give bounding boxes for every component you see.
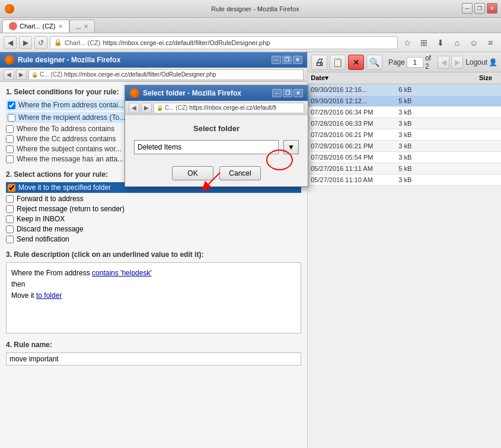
condition-checkbox-2[interactable] <box>8 114 15 122</box>
section4-title: 4. Rule name: <box>6 341 301 349</box>
pager-prev-btn[interactable]: ◀ <box>438 56 449 69</box>
minimize-button[interactable]: ─ <box>462 3 473 14</box>
action-checkbox-1[interactable] <box>8 184 15 192</box>
close-button[interactable]: ✕ <box>487 3 497 14</box>
sf-dropdown-arrow[interactable]: ▼ <box>283 140 299 154</box>
tab-active[interactable]: Charl... (CZ) ✕ <box>2 20 69 33</box>
email-search-btn[interactable]: 🔍 <box>366 55 382 70</box>
email-size-6: 3 kB <box>388 142 411 150</box>
page-number-input[interactable] <box>407 57 423 68</box>
action-checkbox-4[interactable] <box>6 215 14 223</box>
rd-win-controls: ─ ❐ ✕ <box>272 56 302 64</box>
rule-description-box: Where the From address contains 'helpdes… <box>6 262 301 333</box>
rd-url-label: C... (CZ) <box>40 71 62 78</box>
sf-dropdown-row: Deleted Items ▼ <box>134 140 299 154</box>
condition-label-2: Where the recipient address (To... <box>18 113 125 122</box>
pager-next-btn[interactable]: ▶ <box>451 56 463 69</box>
home-icon[interactable]: ⌂ <box>450 36 464 50</box>
action-item-2[interactable]: Forward it to address <box>6 195 301 203</box>
email-date-1: 09/30/2016 12:16... <box>311 86 388 93</box>
action-checkbox-6[interactable] <box>6 236 14 243</box>
email-row-9[interactable]: 05/27/2016 11:10 AM 3 kB <box>308 174 501 186</box>
email-print-btn[interactable]: 🖨 <box>311 55 327 70</box>
action-item-4[interactable]: Keep in INBOX <box>6 215 301 223</box>
rule-desc-then: then <box>11 280 25 288</box>
browser-titlebar: Rule designer - Mozilla Firefox ─ ❐ ✕ <box>0 0 501 18</box>
main-content: Rule designer - Mozilla Firefox ─ ❐ ✕ ◀ … <box>0 52 501 448</box>
rd-minimize-btn[interactable]: ─ <box>272 56 281 64</box>
reload-button[interactable]: ↺ <box>34 36 47 49</box>
condition-checkbox-5[interactable] <box>6 145 14 153</box>
rule-name-input[interactable] <box>6 352 301 366</box>
actions-list: Move it to the specified folder Forward … <box>6 182 301 243</box>
action-label-2: Forward it to address <box>17 195 84 203</box>
sf-restore-btn[interactable]: ❐ <box>283 89 292 97</box>
condition-checkbox-6[interactable] <box>6 155 14 163</box>
rule-desc-link2[interactable]: to folder <box>36 291 62 300</box>
condition-checkbox-4[interactable] <box>6 135 14 143</box>
condition-label-5: Where the subject contains wor... <box>17 145 122 153</box>
email-row-5[interactable]: 07/28/2016 06:21 PM 3 kB <box>308 129 501 141</box>
tab-2[interactable]: ... ✕ <box>69 20 95 33</box>
menu-icon[interactable]: ≡ <box>483 36 497 50</box>
sf-forward-btn[interactable]: ▶ <box>141 103 152 113</box>
logout-button[interactable]: Logout 👤 <box>465 58 497 66</box>
restore-button[interactable]: ❐ <box>474 3 485 14</box>
action-item-6[interactable]: Send notification <box>6 235 301 243</box>
action-item-3[interactable]: Reject message (return to sender) <box>6 205 301 213</box>
email-pager: Page of 2 ◀ ▶ <box>388 54 463 71</box>
col-size-header[interactable]: Size <box>388 74 498 82</box>
download-icon[interactable]: ⬇ <box>433 36 448 50</box>
sf-cancel-button[interactable]: Cancel <box>219 166 261 180</box>
action-checkbox-3[interactable] <box>6 205 14 213</box>
sf-close-btn[interactable]: ✕ <box>293 89 303 97</box>
action-label-5: Discard the message <box>17 225 84 233</box>
action-item-5[interactable]: Discard the message <box>6 225 301 233</box>
condition-label-6: Where the message has an atta... <box>17 155 123 163</box>
email-row-6[interactable]: 07/28/2016 06:21 PM 3 kB <box>308 141 501 152</box>
sf-firefox-icon <box>130 88 139 98</box>
sf-selected-folder: Deleted Items <box>138 143 181 151</box>
rd-address-bar[interactable]: 🔒 C... (CZ) https://mbox.cerge-ei.cz/def… <box>28 69 304 80</box>
sf-ok-button[interactable]: OK <box>172 166 213 180</box>
sf-body: Select folder Deleted Items ▼ OK Cancel <box>125 115 308 186</box>
condition-checkbox-1[interactable] <box>8 101 15 109</box>
email-toolbar: 🖨 📋 ✕ 🔍 Page of 2 ◀ ▶ Logout 👤 <box>308 52 501 72</box>
rd-close-btn[interactable]: ✕ <box>293 56 302 64</box>
history-icon[interactable]: ⊞ <box>417 36 431 50</box>
chat-icon[interactable]: ☺ <box>467 36 481 50</box>
address-bar[interactable]: 🔒 Charl... (CZ) https://mbox.cerge-ei.cz… <box>50 36 398 49</box>
action-checkbox-2[interactable] <box>6 195 14 203</box>
back-button[interactable]: ◀ <box>4 36 17 49</box>
sf-minimize-btn[interactable]: ─ <box>272 89 282 97</box>
email-row-7[interactable]: 07/28/2016 05:54 PM 3 kB <box>308 152 501 163</box>
action-checkbox-5[interactable] <box>6 225 14 233</box>
sf-address-bar[interactable]: 🔒 C... (CZ) https://mbox.cerge-ei.cz/def… <box>154 103 304 113</box>
email-row-1[interactable]: 09/30/2016 12:16... 6 kB <box>308 84 501 96</box>
forward-button[interactable]: ▶ <box>19 36 32 49</box>
email-clipboard-btn[interactable]: 📋 <box>330 55 346 70</box>
tab-close-icon[interactable]: ✕ <box>58 23 63 30</box>
sf-folder-dropdown[interactable]: Deleted Items <box>134 140 279 154</box>
toolbar-icons: ☆ ⊞ ⬇ ⌂ ☺ ≡ <box>400 36 497 50</box>
tab-icon <box>9 22 17 30</box>
email-row-2[interactable]: 09/30/2016 12:12... 5 kB <box>308 96 501 107</box>
rd-forward-btn[interactable]: ▶ <box>16 69 27 80</box>
rd-restore-btn[interactable]: ❐ <box>282 56 292 64</box>
email-date-6: 07/28/2016 06:21 PM <box>311 142 388 150</box>
tab-label: Charl... (CZ) <box>20 23 56 30</box>
email-row-4[interactable]: 07/28/2016 06:33 PM 3 kB <box>308 118 501 129</box>
page-of-label: of 2 <box>425 54 436 71</box>
email-row-3[interactable]: 07/28/2016 06:34 PM 3 kB <box>308 107 501 118</box>
tab2-close-icon[interactable]: ✕ <box>84 23 88 30</box>
sf-back-btn[interactable]: ◀ <box>129 103 139 113</box>
col-date-header[interactable]: Date▾ <box>311 74 388 82</box>
email-row-8[interactable]: 05/27/2016 11:11 AM 5 kB <box>308 163 501 174</box>
rd-back-btn[interactable]: ◀ <box>4 69 14 80</box>
bookmark-icon[interactable]: ☆ <box>400 36 414 50</box>
condition-checkbox-3[interactable] <box>6 125 14 133</box>
rule-desc-link1[interactable]: contains 'helpdesk' <box>92 269 152 277</box>
email-size-9: 3 kB <box>388 176 411 183</box>
email-delete-btn[interactable]: ✕ <box>348 55 364 70</box>
rule-desc-text1: Where the From address <box>11 269 92 277</box>
